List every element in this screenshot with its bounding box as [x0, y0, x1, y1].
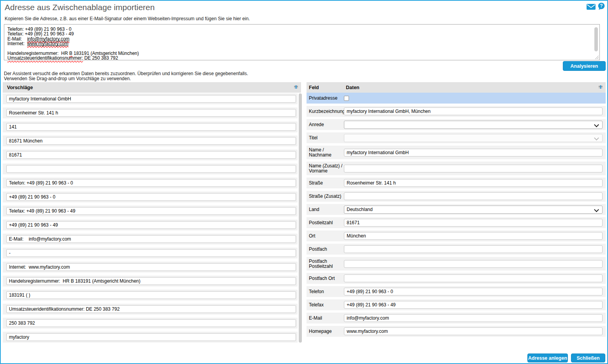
field-label-titel: Titel: [309, 135, 344, 141]
field-label-telefon: Telefon: [309, 289, 344, 294]
name-zusatz-vorname-input[interactable]: [344, 165, 603, 172]
mail-icon[interactable]: [587, 4, 596, 11]
field-control-homepage: [344, 327, 606, 335]
pin-icon[interactable]: [294, 85, 298, 91]
kurzbezeichnung-input[interactable]: [344, 107, 603, 115]
postleitzahl-input[interactable]: [344, 219, 603, 227]
anrede-select[interactable]: [344, 121, 603, 129]
suggestion-input[interactable]: [6, 95, 296, 103]
field-row-email: E-Mail: [307, 313, 606, 324]
import-address-dialog: Adresse aus Zwischenablage importieren ?…: [0, 0, 608, 364]
ort-input[interactable]: [344, 232, 603, 240]
suggestion-row: [3, 121, 298, 132]
strasse-input[interactable]: [344, 179, 603, 187]
analyze-button[interactable]: Analysieren: [563, 61, 606, 71]
suggestion-input[interactable]: [6, 319, 296, 327]
chevron-down-icon: [594, 135, 599, 141]
suggestion-row: [3, 248, 298, 258]
suggestions-scrollbar[interactable]: [299, 93, 302, 343]
suggestion-input[interactable]: [6, 165, 296, 173]
create-address-button[interactable]: Adresse anlegen: [527, 353, 568, 362]
field-control-privatadresse: [344, 96, 606, 101]
suggestion-input[interactable]: [6, 193, 296, 201]
field-label-homepage: Homepage: [309, 329, 344, 334]
suggestion-input[interactable]: [6, 333, 296, 341]
strasse-zusatz-input[interactable]: [344, 192, 603, 200]
suggestion-row: [3, 220, 298, 230]
suggestion-row: [3, 276, 298, 287]
email-input[interactable]: [344, 314, 603, 322]
chevron-down-icon: [594, 122, 599, 127]
field-row-postfach-postleitzahl: Postfach Postleitzahl: [307, 257, 606, 271]
field-label-anrede: Anrede: [309, 122, 344, 127]
suggestion-row: [3, 107, 298, 118]
field-control-ort: [344, 232, 606, 240]
land-select[interactable]: Deutschland: [344, 206, 603, 214]
suggestion-input[interactable]: [6, 277, 296, 285]
hint-line-1: Der Assistent versucht die erkannten Dat…: [4, 71, 248, 76]
field-label-postfach: Postfach: [309, 247, 344, 252]
field-control-name-zusatz-vorname: [344, 165, 606, 172]
field-row-postfach: Postfach: [307, 244, 606, 255]
fields-header-field-label: Feld: [309, 85, 319, 90]
clipboard-textarea[interactable]: Telefon: +49 (89) 21 90 963 - 0Telefax: …: [4, 24, 600, 60]
postfach-ort-input[interactable]: [344, 274, 603, 282]
fields-list: PrivatadresseKurzbezeichnungAnredeTitelN…: [307, 93, 606, 339]
close-button[interactable]: Schließen: [571, 353, 605, 362]
resize-handle-icon[interactable]: [595, 55, 599, 59]
suggestion-input[interactable]: [6, 137, 296, 145]
suggestion-input[interactable]: [6, 109, 296, 117]
clipboard-line: Umsatzsteueridentifikationsnummer: DE 25…: [7, 56, 590, 60]
field-row-privatadresse: Privatadresse: [307, 93, 606, 104]
field-row-postleitzahl: Postleitzahl: [307, 217, 606, 228]
suggestion-input[interactable]: [6, 207, 296, 215]
page-title: Adresse aus Zwischenablage importieren: [5, 3, 155, 12]
field-control-strasse-zusatz: [344, 192, 606, 200]
help-icon[interactable]: ?: [597, 2, 605, 12]
pin-icon[interactable]: [598, 85, 603, 91]
field-label-postfach-postleitzahl: Postfach Postleitzahl: [309, 259, 344, 269]
hint-line-2: Verwenden Sie Drag-and-drop um Vorschläg…: [4, 76, 131, 81]
suggestion-input[interactable]: [6, 291, 296, 299]
field-control-postleitzahl: [344, 219, 606, 227]
name-nachname-input[interactable]: [344, 149, 603, 157]
privatadresse-checkbox[interactable]: [344, 96, 349, 101]
field-control-titel: [344, 134, 606, 142]
field-label-kurzbezeichnung: Kurzbezeichnung: [309, 109, 344, 114]
suggestion-input[interactable]: [6, 263, 296, 271]
suggestion-row: [3, 234, 298, 244]
suggestions-header-label: Vorschläge: [7, 85, 33, 90]
field-row-ort: Ort: [307, 230, 606, 241]
field-label-email: E-Mail: [309, 316, 344, 321]
postfach-postleitzahl-input[interactable]: [344, 260, 603, 268]
field-label-postleitzahl: Postleitzahl: [309, 220, 344, 225]
suggestion-input[interactable]: [6, 151, 296, 159]
field-label-name-nachname: Name / Nachname: [309, 148, 344, 158]
suggestion-row: [3, 206, 298, 216]
suggestion-input[interactable]: [6, 235, 296, 243]
field-control-telefax: [344, 301, 606, 309]
field-label-name-zusatz-vorname: Name (Zusatz) / Vorname: [309, 164, 344, 174]
suggestion-input[interactable]: [6, 123, 296, 131]
suggestion-input[interactable]: [6, 179, 296, 187]
suggestion-input[interactable]: [6, 249, 296, 257]
suggestion-row: [3, 290, 298, 301]
field-row-strasse-zusatz: Straße (Zusatz): [307, 191, 606, 202]
clipboard-line: Internet: www.myfactory.com: [7, 41, 590, 46]
telefax-input[interactable]: [344, 301, 603, 309]
land-select-value: Deutschland: [347, 207, 373, 212]
suggestion-input[interactable]: [6, 221, 296, 229]
field-row-strasse: Straße: [307, 178, 606, 188]
field-label-strasse-zusatz: Straße (Zusatz): [309, 194, 344, 199]
field-control-postfach-ort: [344, 274, 606, 282]
homepage-input[interactable]: [344, 327, 603, 335]
field-row-anrede: Anrede: [307, 119, 606, 130]
postfach-input[interactable]: [344, 245, 603, 253]
clipboard-scrollbar[interactable]: [594, 27, 598, 51]
field-row-kurzbezeichnung: Kurzbezeichnung: [307, 106, 606, 117]
field-control-postfach-postleitzahl: [344, 260, 606, 268]
clipboard-line: Telefon: +49 (89) 21 90 963 - 0: [7, 27, 590, 32]
suggestion-input[interactable]: [6, 305, 296, 313]
suggestion-row: [3, 318, 298, 329]
telefon-input[interactable]: [344, 288, 603, 295]
